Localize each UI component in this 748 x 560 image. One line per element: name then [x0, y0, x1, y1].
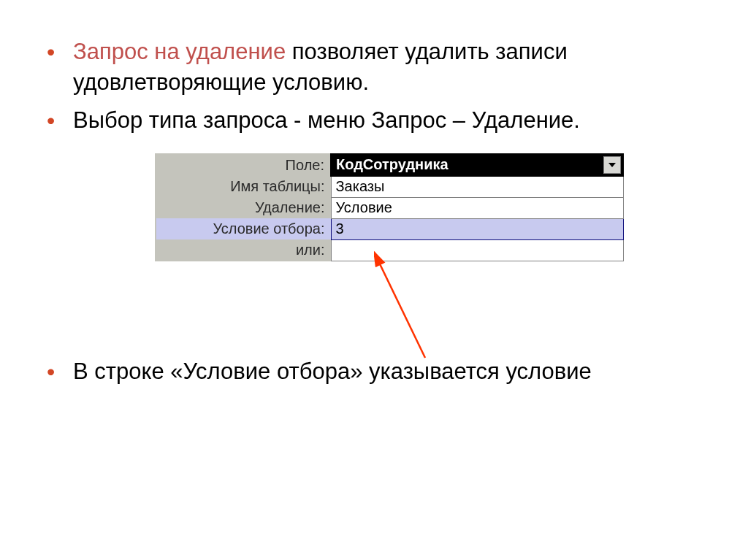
slide-content: Запрос на удаление позволяет удалить зап… — [0, 0, 748, 386]
grid-label: Условие отбора: — [156, 218, 331, 239]
grid-value-text: КодСотрудника — [336, 156, 449, 172]
bullet-list-top: Запрос на удаление позволяет удалить зап… — [73, 37, 704, 136]
grid-label: Удаление: — [156, 197, 331, 218]
grid-value-or[interactable] — [331, 239, 623, 261]
query-design-grid: Поле: КодСотрудника Имя таблицы: Заказы … — [155, 153, 622, 261]
svg-line-0 — [374, 252, 425, 358]
grid-value-criteria[interactable]: 3 — [331, 218, 623, 239]
bullet-1-highlight: Запрос на удаление — [73, 39, 286, 64]
bullet-list-bottom: В строке «Условие отбора» указывается ус… — [73, 356, 704, 387]
grid-label: или: — [156, 239, 331, 261]
grid-row-field: Поле: КодСотрудника — [156, 154, 623, 176]
grid-row-delete: Удаление: Условие — [156, 197, 623, 218]
pointer-arrow-icon — [374, 248, 520, 365]
bullet-2: Выбор типа запроса - меню Запрос – Удале… — [73, 105, 704, 136]
grid-row-or: или: — [156, 239, 623, 261]
grid-label: Поле: — [156, 154, 331, 176]
grid-label: Имя таблицы: — [156, 176, 331, 198]
dropdown-icon[interactable] — [603, 156, 621, 174]
grid-row-criteria: Условие отбора: 3 — [156, 218, 623, 239]
grid-value-table[interactable]: Заказы — [331, 176, 623, 198]
bullet-3: В строке «Условие отбора» указывается ус… — [73, 356, 704, 387]
bullet-1: Запрос на удаление позволяет удалить зап… — [73, 37, 704, 98]
grid-value-field[interactable]: КодСотрудника — [331, 154, 623, 176]
grid-row-table: Имя таблицы: Заказы — [156, 176, 623, 198]
grid-value-delete[interactable]: Условие — [331, 197, 623, 218]
